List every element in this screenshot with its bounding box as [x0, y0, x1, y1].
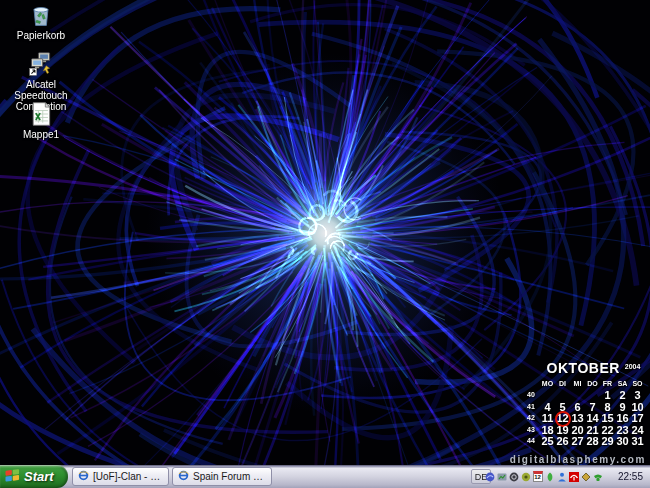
- tray-green-leaf-icon[interactable]: [544, 471, 555, 483]
- desktop-icon-mappe1[interactable]: Mappe1: [0, 101, 82, 140]
- taskbar-item-title: Spain Forum -- [UoF]-...: [193, 471, 266, 482]
- taskbar: Start [UoF]-Clan - Union of... Spain For…: [0, 465, 650, 488]
- calendar-year: 2004: [625, 363, 641, 370]
- calendar-day: 17: [630, 413, 645, 425]
- calendar-week-number: 40: [527, 390, 540, 402]
- windows-logo-icon: [5, 468, 20, 486]
- calendar-day: 28: [585, 436, 600, 448]
- calendar-day: 3: [630, 390, 645, 402]
- calendar-grid: MODIMIDOFRSASO40123414567891042111213141…: [527, 379, 648, 448]
- calendar-day: [585, 390, 600, 402]
- network-connection-icon: [26, 51, 56, 77]
- calendar-day: 2: [615, 390, 630, 402]
- tray-calendar-day: 12: [533, 471, 543, 482]
- calendar-day: 13: [570, 413, 585, 425]
- calendar-day: 26: [555, 436, 570, 448]
- desktop: Papierkorb Alcatel Speedtouch Connection: [0, 0, 650, 465]
- calendar-week-number: 43: [527, 425, 540, 437]
- internet-explorer-icon: [178, 470, 189, 483]
- tray-diamond-icon[interactable]: [580, 471, 591, 483]
- tray-app-blue-icon[interactable]: [484, 471, 495, 483]
- tray-gray-circle-icon[interactable]: [508, 471, 519, 483]
- tray-antivirus-icon[interactable]: [568, 471, 579, 483]
- calendar-day-header: DO: [585, 379, 600, 390]
- calendar-day: 16: [615, 413, 630, 425]
- start-button[interactable]: Start: [0, 465, 68, 488]
- desktop-icon-label: Papierkorb: [17, 30, 65, 41]
- calendar-day: 14: [585, 413, 600, 425]
- calendar-day-header: MO: [540, 379, 555, 390]
- taskbar-item-spain-forum[interactable]: Spain Forum -- [UoF]-...: [172, 467, 272, 486]
- taskbar-item-title: [UoF]-Clan - Union of...: [93, 471, 163, 482]
- tray-app-green-gray-icon[interactable]: [496, 471, 507, 483]
- taskbar-item-uof-clan[interactable]: [UoF]-Clan - Union of...: [72, 467, 169, 486]
- taskbar-clock[interactable]: 22:55: [618, 465, 643, 488]
- calendar-week-number: 41: [527, 402, 540, 414]
- calendar-day: 15: [600, 413, 615, 425]
- calendar-day: 25: [540, 436, 555, 448]
- calendar-today: 12: [555, 413, 570, 425]
- calendar-day: 11: [540, 413, 555, 425]
- excel-workbook-icon: [26, 101, 56, 127]
- calendar-day: 30: [615, 436, 630, 448]
- calendar-widget: OKTOBER 2004 MODIMIDOFRSASO4012341456789…: [527, 360, 648, 448]
- tray-app-olive-icon[interactable]: [520, 471, 531, 483]
- calendar-week-number: 42: [527, 413, 540, 425]
- calendar-header: OKTOBER 2004: [527, 360, 648, 376]
- wallpaper-watermark: digitalblasphemy.com: [510, 454, 646, 465]
- calendar-corner: [527, 379, 540, 390]
- internet-explorer-icon: [78, 470, 89, 483]
- calendar-day-header: DI: [555, 379, 570, 390]
- system-tray: 12: [484, 470, 603, 483]
- calendar-day: [540, 390, 555, 402]
- desktop-icon-label: Mappe1: [23, 129, 59, 140]
- calendar-day: [570, 390, 585, 402]
- tray-calendar-icon[interactable]: 12: [532, 471, 543, 483]
- calendar-day-header: MI: [570, 379, 585, 390]
- calendar-month: OKTOBER: [547, 360, 620, 376]
- calendar-day: 27: [570, 436, 585, 448]
- calendar-day: 29: [600, 436, 615, 448]
- calendar-day: 31: [630, 436, 645, 448]
- tray-phone-icon[interactable]: [592, 471, 603, 483]
- tray-messenger-person-icon[interactable]: [556, 471, 567, 483]
- desktop-icon-papierkorb[interactable]: Papierkorb: [0, 2, 82, 41]
- recycle-bin-icon: [26, 2, 56, 28]
- start-button-label: Start: [24, 469, 62, 484]
- calendar-week-number: 44: [527, 436, 540, 448]
- calendar-day: 1: [600, 390, 615, 402]
- calendar-day: [555, 390, 570, 402]
